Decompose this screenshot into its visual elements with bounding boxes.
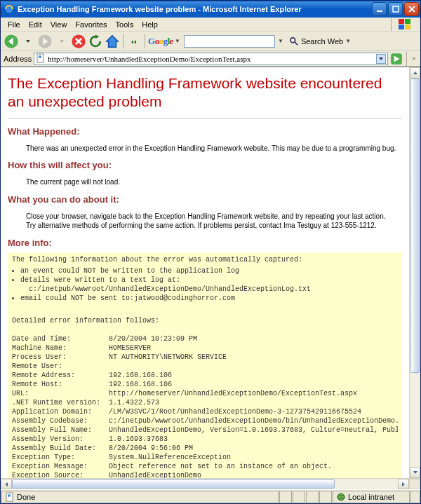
address-field-wrap[interactable] bbox=[34, 53, 387, 65]
moreinfo-bullet: details were written to a text log at: c… bbox=[20, 275, 398, 294]
svg-rect-2 bbox=[393, 6, 399, 12]
search-web-button[interactable]: Search Web ▼ bbox=[285, 34, 355, 48]
nav-toolbar: Google ▼ ▼ Search Web ▼ bbox=[1, 32, 420, 51]
go-button[interactable] bbox=[390, 53, 403, 65]
done-icon bbox=[5, 492, 15, 502]
scroll-track-h[interactable] bbox=[12, 479, 398, 489]
svg-point-20 bbox=[8, 494, 11, 497]
kv-app-domain: Application Domain: /LM/W3SVC/1/Root/Unh… bbox=[12, 407, 398, 416]
moreinfo-bullet: an event could NOT be written to the app… bbox=[20, 266, 398, 275]
address-label: Address bbox=[4, 55, 32, 63]
back-button[interactable] bbox=[4, 34, 19, 49]
search-web-label: Search Web bbox=[301, 37, 343, 46]
scroll-thumb-h[interactable] bbox=[12, 479, 335, 489]
intranet-icon bbox=[336, 492, 346, 502]
scroll-down-button[interactable] bbox=[410, 467, 420, 478]
heading-moreinfo: More info: bbox=[8, 238, 402, 248]
google-search-input[interactable] bbox=[184, 35, 275, 48]
heading-affect: How this will affect you: bbox=[8, 160, 402, 170]
moreinfo-bullet: email could NOT be sent to:jatwood@codin… bbox=[20, 294, 398, 303]
svg-line-15 bbox=[295, 41, 298, 44]
menu-help[interactable]: Help bbox=[138, 19, 162, 30]
status-pane-empty4 bbox=[319, 491, 332, 503]
refresh-button[interactable] bbox=[88, 34, 103, 49]
status-bar: Done Local intranet bbox=[1, 489, 420, 503]
scroll-left-button[interactable] bbox=[1, 479, 12, 489]
kv-exc-type: Exception Type: System.NullReferenceExce… bbox=[12, 453, 398, 462]
moreinfo-box: The following information about the erro… bbox=[8, 252, 402, 479]
svg-point-17 bbox=[39, 55, 41, 58]
svg-rect-8 bbox=[405, 25, 410, 29]
forward-dropdown[interactable] bbox=[54, 34, 69, 49]
svg-rect-6 bbox=[405, 19, 410, 24]
page-icon bbox=[36, 53, 46, 64]
ie-icon bbox=[4, 4, 15, 15]
text-todo: Close your browser, navigate back to the… bbox=[26, 212, 396, 231]
minimize-button[interactable] bbox=[372, 2, 387, 16]
address-input[interactable] bbox=[46, 55, 375, 63]
kv-asm-version: Assembly Version: 1.0.1693.37683 bbox=[12, 435, 398, 444]
kv-url: URL: http://homeserver/UnhandledExceptio… bbox=[12, 389, 398, 398]
toolbar-extra-dropdown[interactable] bbox=[126, 34, 142, 49]
title-bar: Exception Handling Framework website pro… bbox=[1, 1, 420, 18]
menu-file[interactable]: File bbox=[4, 19, 25, 30]
status-pane-empty3 bbox=[306, 491, 319, 503]
menu-view[interactable]: View bbox=[46, 19, 72, 30]
menu-favorites[interactable]: Favorites bbox=[71, 19, 111, 30]
scroll-thumb[interactable] bbox=[410, 79, 420, 373]
kv-remote-user: Remote User: bbox=[12, 362, 398, 371]
text-affect: The current page will not load. bbox=[26, 177, 396, 187]
address-dropdown[interactable] bbox=[376, 54, 386, 64]
menu-edit[interactable]: Edit bbox=[25, 19, 46, 30]
maximize-button[interactable] bbox=[388, 2, 403, 16]
kv-date-time: Date and Time: 8/20/2004 10:23:09 PM bbox=[12, 334, 398, 343]
heading-todo: What you can do about it: bbox=[8, 194, 402, 205]
kv-net-runtime: .NET Runtime version: 1.1.4322.573 bbox=[12, 398, 398, 407]
window-title: Exception Handling Framework website pro… bbox=[18, 5, 370, 13]
horizontal-scrollbar[interactable] bbox=[1, 478, 420, 489]
divider bbox=[8, 118, 402, 119]
moreinfo-detail-intro: Detailed error information follows: bbox=[12, 316, 398, 325]
scroll-track[interactable] bbox=[410, 79, 420, 467]
kv-asm-codebase: Assembly Codebase: c:/inetpub/wwwroot/Un… bbox=[12, 416, 398, 425]
svg-rect-19 bbox=[6, 493, 13, 501]
scroll-up-button[interactable] bbox=[410, 67, 420, 79]
page-viewport: The Exception Handling Framework website… bbox=[1, 67, 409, 478]
links-chevron[interactable]: » bbox=[410, 55, 417, 62]
stop-button[interactable] bbox=[71, 34, 86, 49]
page-title: The Exception Handling Framework website… bbox=[8, 74, 402, 111]
svg-rect-5 bbox=[399, 19, 404, 24]
kv-process-user: Process User: NT AUTHORITY\NETWORK SERVI… bbox=[12, 353, 398, 362]
resize-grip[interactable] bbox=[410, 491, 420, 503]
google-search-dropdown[interactable]: ▼ bbox=[278, 38, 283, 44]
back-dropdown[interactable] bbox=[20, 34, 36, 49]
kv-remote-addr: Remote Address: 192.168.168.106 bbox=[12, 371, 398, 380]
menu-bar: File Edit View Favorites Tools Help bbox=[1, 18, 420, 32]
google-logo: Google bbox=[148, 36, 173, 47]
status-pane-empty1 bbox=[279, 491, 292, 503]
svg-point-14 bbox=[290, 37, 295, 42]
vertical-scrollbar[interactable] bbox=[409, 67, 420, 478]
search-icon bbox=[289, 36, 299, 46]
svg-rect-7 bbox=[399, 25, 404, 29]
menu-tools[interactable]: Tools bbox=[112, 19, 138, 30]
scroll-corner bbox=[409, 479, 420, 489]
status-done-text: Done bbox=[17, 493, 35, 501]
google-dropdown[interactable]: ▼ bbox=[175, 38, 180, 44]
moreinfo-intro: The following information about the erro… bbox=[12, 255, 398, 264]
status-zone-text: Local intranet bbox=[348, 493, 394, 501]
status-done-pane: Done bbox=[1, 491, 279, 503]
svg-point-21 bbox=[338, 493, 345, 500]
forward-button[interactable] bbox=[37, 34, 53, 49]
kv-exc-source: Exception Source: UnhandledExceptionDemo bbox=[12, 471, 398, 479]
close-button[interactable] bbox=[404, 2, 419, 16]
kv-machine: Machine Name: HOMESERVER bbox=[12, 343, 398, 353]
kv-remote-host: Remote Host: 192.168.168.106 bbox=[12, 380, 398, 389]
status-zone-pane: Local intranet bbox=[333, 491, 410, 503]
windows-flag-icon bbox=[391, 18, 417, 31]
scroll-right-button[interactable] bbox=[398, 479, 409, 489]
kv-asm-fullname: Assembly Full Name: UnhandledExceptionDe… bbox=[12, 425, 398, 435]
svg-rect-1 bbox=[377, 11, 382, 12]
svg-rect-16 bbox=[37, 54, 44, 62]
home-button[interactable] bbox=[105, 34, 120, 49]
